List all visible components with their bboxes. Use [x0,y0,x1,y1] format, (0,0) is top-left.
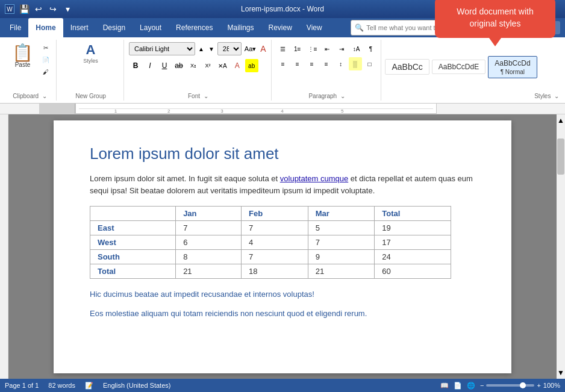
scroll-area[interactable]: Lorem ipsum dolor sit amet Lorem ipsum d… [8,114,557,379]
strikethrough-button[interactable]: ab [172,59,186,72]
right-scrollbar[interactable]: ▲ ▼ [557,114,565,379]
styles-button[interactable]: A Styles [83,42,98,64]
customize-qa-button[interactable]: ▾ [61,3,73,15]
table-cell-total-total: 60 [375,264,451,279]
text-effects-button[interactable]: A [259,43,267,55]
table-cell-west-label: West [90,235,176,250]
highlight-button[interactable]: ab [245,59,258,72]
spellcheck-icon[interactable]: 📝 [85,382,93,390]
style-sample-2: AaBbCcDdE [439,63,479,71]
decrease-indent-button[interactable]: ⇤ [320,42,334,55]
tab-design[interactable]: Design [96,18,133,37]
quick-access-toolbar: 💾 ↩ ↪ ▾ [18,3,73,15]
justify-button[interactable]: ≡ [320,57,333,70]
table-cell-west-jan: 6 [176,235,242,250]
copy-button[interactable]: 📄 [39,54,52,65]
redo-button[interactable]: ↪ [47,3,59,15]
table-cell-south-total: 24 [375,250,451,264]
table-header-jan: Jan [176,207,242,221]
paste-icon: 📋 [12,45,33,61]
table-cell-east-feb: 7 [242,221,308,235]
sort-button[interactable]: ↕A [349,42,363,55]
tab-review[interactable]: Review [261,18,299,37]
line-spacing-button[interactable]: ↕ [334,57,348,70]
print-layout-icon[interactable]: 📄 [454,382,462,390]
numbering-button[interactable]: 1≡ [291,42,304,55]
ruler-left-margin [39,104,75,114]
italic-button[interactable]: I [143,59,157,72]
zoom-level[interactable]: 100% [543,382,560,389]
align-right-button[interactable]: ≡ [305,57,319,70]
font-group-label: Font ⌄ [125,93,271,99]
styles-group-label: New Group [58,93,123,99]
styles-preview-area: AaBbCc AaBbCcDdE AaBbCcDd ¶ Normal Word … [382,40,561,101]
style-option-normal[interactable]: AaBbCc [385,59,429,75]
increase-indent-button[interactable]: ⇥ [335,42,348,55]
superscript-button[interactable]: X² [201,59,214,72]
font-size-up-icon[interactable]: ▲ [197,45,205,54]
font-size-down-icon[interactable]: ▼ [207,45,216,54]
subscript-button[interactable]: X₂ [187,59,200,72]
scroll-thumb[interactable] [557,138,564,175]
bullets-button[interactable]: ☰ [276,42,290,55]
tab-references[interactable]: References [169,18,220,37]
tab-file[interactable]: File [2,18,28,37]
undo-button[interactable]: ↩ [33,3,45,15]
table-cell-south-feb: 7 [242,250,308,264]
font-color-button[interactable]: A [231,59,244,72]
style-option-heading1[interactable]: AaBbCcDd ¶ Normal [488,56,537,78]
scroll-down-button[interactable]: ▼ [557,367,565,379]
ruler: 1 2 3 4 5 [0,104,565,114]
zoom-slider[interactable] [486,384,534,387]
cut-button[interactable]: ✂ [39,42,52,53]
tab-layout[interactable]: Layout [133,18,169,37]
show-formatting-button[interactable]: ¶ [364,42,377,55]
read-mode-icon[interactable]: 📖 [440,382,449,390]
title-bar-left: W 💾 ↩ ↪ ▾ [5,3,73,15]
zoom-out-button[interactable]: − [480,382,484,389]
tooltip-bubble: Word document with original styles [435,0,555,38]
zoom-thumb [520,382,526,388]
border-button[interactable]: □ [363,57,376,70]
align-left-button[interactable]: ≡ [276,57,290,70]
document-link[interactable]: voluptatem cumque [280,174,348,183]
styles-group-bottom-label: Styles ⌄ [385,93,559,99]
zoom-in-button[interactable]: + [537,382,540,389]
styles-gallery: AaBbCc AaBbCcDdE AaBbCcDd ¶ Normal [385,41,559,93]
font-size-select[interactable]: 28 [217,42,242,55]
para-bottom-row: ≡ ≡ ≡ ≡ ↕ ░ □ [276,57,378,70]
change-case-button[interactable]: Aa▾ [243,44,257,54]
web-layout-icon[interactable]: 🌐 [467,382,475,390]
align-center-button[interactable]: ≡ [291,57,304,70]
bold-button[interactable]: B [129,59,142,72]
tab-insert[interactable]: Insert [63,18,96,37]
paste-button[interactable]: 📋 Paste [7,42,38,70]
tab-mailings[interactable]: Mailings [220,18,261,37]
table-row: Total 21 18 21 60 [90,264,451,279]
table-cell-east-label: East [90,221,176,235]
save-button[interactable]: 💾 [18,3,30,15]
table-cell-east-total: 19 [375,221,451,235]
left-margin-bar [0,114,8,379]
style-option-no-spacing[interactable]: AaBbCcDdE [432,60,485,74]
underline-button[interactable]: U [158,59,171,72]
tab-home[interactable]: Home [28,18,63,37]
table-header-feb: Feb [242,207,308,221]
clear-formatting-button[interactable]: ✕A [216,59,229,72]
scrollbar-track[interactable] [557,126,565,367]
tab-view[interactable]: View [299,18,329,37]
multilevel-button[interactable]: ⋮≡ [305,42,320,55]
font-family-select[interactable]: Calibri Light [129,42,195,55]
format-painter-button[interactable]: 🖌 [39,66,52,77]
table-header-0 [90,207,176,221]
scroll-up-button[interactable]: ▲ [557,114,565,126]
shading-button[interactable]: ░ [349,57,362,70]
document-paragraph-1: Lorem ipsum dolor sit amet. In fugit sit… [90,173,475,196]
status-bar: Page 1 of 1 82 words 📝 English (United S… [0,379,565,392]
search-icon: 🔍 [355,23,364,32]
document-paragraph-3: Eos molestiae aliquam qui totam reiciend… [90,308,475,320]
table-row: West 6 4 7 17 [90,235,451,250]
language[interactable]: English (United States) [103,382,171,389]
style-sample-1: AaBbCc [392,62,422,72]
table-row: South 8 7 9 24 [90,250,451,264]
